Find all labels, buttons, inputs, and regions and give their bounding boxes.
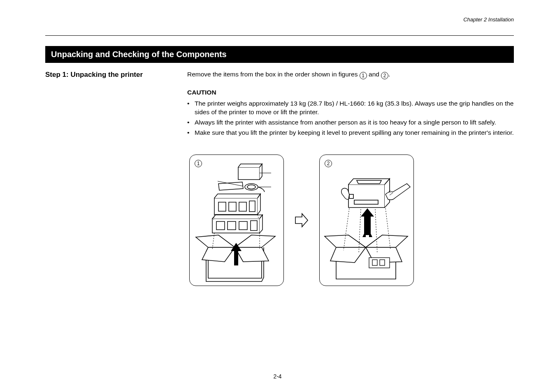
svg-rect-26 <box>349 194 353 198</box>
page-number: 2-4 <box>0 373 555 380</box>
svg-rect-6 <box>239 221 247 230</box>
step-paragraph: Remove the items from the box in the ord… <box>187 70 514 79</box>
arrow-right-icon <box>295 212 309 228</box>
header-rule <box>45 35 514 36</box>
text: The printer weighs approximately 13 kg (… <box>195 99 514 117</box>
svg-rect-5 <box>228 221 236 230</box>
caution-list: •The printer weighs approximately 13 kg … <box>187 99 514 137</box>
figure-number-1: 1 <box>195 160 202 167</box>
section-title-bar: Unpacking and Checking of the Components <box>45 46 514 63</box>
step-body: Remove the items from the box in the ord… <box>187 70 514 139</box>
svg-rect-2 <box>239 202 246 211</box>
svg-rect-0 <box>218 202 226 211</box>
caution-item: •Make sure that you lift the printer by … <box>187 129 514 137</box>
text: Remove the items from the box in the ord… <box>187 71 360 78</box>
text: . <box>388 71 390 78</box>
caution-item: •The printer weighs approximately 13 kg … <box>187 99 514 117</box>
circled-two-inline: 2 <box>381 72 388 79</box>
step-label: Step 1: Unpacking the printer <box>45 70 187 139</box>
text: Always lift the printer with assistance … <box>195 118 496 127</box>
lift-printer-illustration <box>320 155 414 286</box>
chapter-header: Chapter 2 Installation <box>463 16 514 23</box>
arrow-between <box>295 212 309 228</box>
svg-rect-3 <box>249 201 255 212</box>
svg-rect-7 <box>251 221 257 231</box>
caution-heading: CAUTION <box>187 88 514 97</box>
text: and <box>367 71 381 78</box>
figure-panel-1: 1 <box>189 154 284 286</box>
svg-point-14 <box>247 185 255 189</box>
figure-number-2: 2 <box>325 160 332 167</box>
section-title: Unpacking and Checking of the Components <box>51 50 227 59</box>
figures-row: 1 <box>189 154 514 286</box>
caution-item: •Always lift the printer with assistance… <box>187 118 514 127</box>
svg-rect-25 <box>354 200 378 204</box>
svg-rect-12 <box>238 167 260 180</box>
svg-rect-19 <box>372 260 377 265</box>
figure-panel-2: 2 <box>319 154 414 286</box>
circled-one-inline: 1 <box>360 72 367 79</box>
svg-rect-20 <box>380 260 385 265</box>
unpack-accessories-illustration <box>190 155 284 286</box>
text: Make sure that you lift the printer by k… <box>195 129 514 137</box>
step-row: Step 1: Unpacking the printer Remove the… <box>45 70 514 139</box>
svg-rect-1 <box>229 202 236 211</box>
svg-rect-4 <box>216 221 225 230</box>
caution-block: CAUTION •The printer weighs approximatel… <box>187 88 514 137</box>
